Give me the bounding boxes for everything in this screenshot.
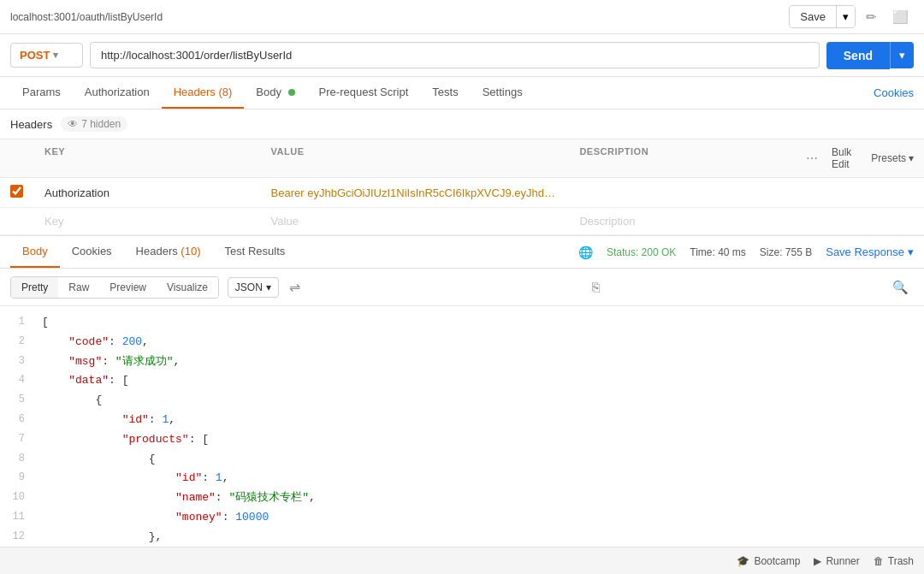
send-dropdown-button[interactable]: ▾ xyxy=(890,42,914,68)
body-dot xyxy=(288,89,295,96)
globe-icon: 🌐 xyxy=(578,246,593,259)
bottom-bar: 🎓 Bootcamp ▶ Runner 🗑 Trash xyxy=(0,547,924,574)
row-key[interactable]: Authorization xyxy=(34,180,261,206)
view-tab-raw[interactable]: Raw xyxy=(58,277,99,298)
json-line: 5 { xyxy=(0,391,924,411)
presets-button[interactable]: Presets ▾ xyxy=(871,152,914,164)
save-button[interactable]: Save xyxy=(790,6,836,27)
row-checkbox-cell[interactable] xyxy=(0,178,34,207)
response-tabs: Body Cookies Headers (10) Test Results 🌐… xyxy=(0,236,924,269)
view-tab-preview[interactable]: Preview xyxy=(99,277,157,298)
hidden-badge: 👁 7 hidden xyxy=(61,116,127,132)
trash-icon: 🗑 xyxy=(874,555,884,567)
tab-headers[interactable]: Headers (8) xyxy=(162,77,245,109)
headers-table: KEY VALUE DESCRIPTION ⋯ Bulk Edit Preset… xyxy=(0,139,924,235)
resp-tab-cookies[interactable]: Cookies xyxy=(60,236,124,268)
response-size: Size: 755 B xyxy=(760,246,812,258)
empty-value-placeholder[interactable]: Value xyxy=(261,208,570,234)
empty-desc-placeholder[interactable]: Description xyxy=(569,208,796,234)
bootcamp-button[interactable]: 🎓 Bootcamp xyxy=(737,555,800,567)
check-column-header xyxy=(0,139,34,177)
json-line: 12 }, xyxy=(0,528,924,547)
pencil-icon: ✏ xyxy=(866,9,877,24)
value-column-header: VALUE xyxy=(261,139,570,177)
empty-row: Key Value Description xyxy=(0,208,924,235)
url-input[interactable] xyxy=(90,42,820,68)
runner-label: Runner xyxy=(826,555,859,567)
json-line: 8 { xyxy=(0,450,924,470)
description-column-header: DESCRIPTION xyxy=(569,139,796,177)
wrap-icon: ⇌ xyxy=(289,280,300,294)
json-line: 6 "id": 1, xyxy=(0,411,924,430)
chevron-down-icon: ▾ xyxy=(843,10,849,23)
status-code: Status: 200 OK xyxy=(607,246,676,258)
wrap-button[interactable]: ⇌ xyxy=(284,275,305,299)
trash-label: Trash xyxy=(888,555,914,567)
view-tab-pretty[interactable]: Pretty xyxy=(11,277,58,298)
tab-prerequest[interactable]: Pre-request Script xyxy=(307,77,421,109)
response-time: Time: 40 ms xyxy=(690,246,746,258)
bulk-edit-button[interactable]: Bulk Edit xyxy=(832,146,864,170)
actions-column-header: ⋯ Bulk Edit Presets ▾ xyxy=(796,139,924,177)
trash-button[interactable]: 🗑 Trash xyxy=(874,555,914,567)
tab-authorization[interactable]: Authorization xyxy=(73,77,162,109)
format-label: JSON xyxy=(235,281,263,293)
json-line: 3 "msg": "请求成功", xyxy=(0,352,924,372)
resp-tab-test-results[interactable]: Test Results xyxy=(212,236,297,268)
copy-icon: ⎘ xyxy=(592,280,600,294)
send-button[interactable]: Send xyxy=(826,42,890,69)
save-response-chevron: ▾ xyxy=(908,246,914,258)
headers-section: Headers 👁 7 hidden KEY VALUE DESCRIPTION… xyxy=(0,109,924,236)
headers-count: (10) xyxy=(181,245,200,257)
tab-tests[interactable]: Tests xyxy=(420,77,470,109)
method-selector[interactable]: POST ▾ xyxy=(10,43,83,68)
json-viewer: 1 [ 2 "code": 200, 3 "msg": "请求成功", 4 "d… xyxy=(0,306,924,547)
json-line: 11 "money": 10000 xyxy=(0,508,924,528)
row-checkbox[interactable] xyxy=(10,185,23,198)
comment-icon: ⬜ xyxy=(892,9,909,24)
json-line: 9 "id": 1, xyxy=(0,469,924,488)
save-response-button[interactable]: Save Response ▾ xyxy=(826,246,914,258)
format-selector[interactable]: JSON ▾ xyxy=(228,277,279,298)
key-column-header: KEY xyxy=(34,139,261,177)
runner-icon: ▶ xyxy=(814,555,821,567)
more-options-icon[interactable]: ⋯ xyxy=(806,151,818,165)
method-dropdown-icon: ▾ xyxy=(53,50,58,61)
response-status-bar: 🌐 Status: 200 OK Time: 40 ms Size: 755 B… xyxy=(578,246,914,259)
empty-actions xyxy=(796,215,924,228)
runner-button[interactable]: ▶ Runner xyxy=(814,555,859,567)
search-button[interactable]: 🔍 xyxy=(887,276,914,299)
save-response-label: Save Response xyxy=(826,246,904,258)
resp-tab-headers[interactable]: Headers (10) xyxy=(124,236,213,268)
presets-chevron-icon: ▾ xyxy=(909,152,914,164)
resp-tab-body[interactable]: Body xyxy=(10,236,60,268)
method-label: POST xyxy=(20,49,50,62)
window-title: localhost:3001/oauth/listByUserId xyxy=(10,11,163,23)
json-line: 2 "code": 200, xyxy=(0,333,924,352)
table-row: Authorization Bearer eyJhbGciOiJIUzI1NiI… xyxy=(0,178,924,208)
hidden-count: 7 hidden xyxy=(81,118,121,130)
response-section: Body Cookies Headers (10) Test Results 🌐… xyxy=(0,236,924,547)
row-description[interactable] xyxy=(569,186,796,199)
cookies-link[interactable]: Cookies xyxy=(874,86,914,99)
empty-key-placeholder[interactable]: Key xyxy=(34,208,261,234)
tab-params[interactable]: Params xyxy=(10,77,73,109)
tab-settings[interactable]: Settings xyxy=(471,77,535,109)
copy-button[interactable]: ⎘ xyxy=(587,276,605,298)
chevron-down-icon: ▾ xyxy=(899,49,905,62)
row-value[interactable]: Bearer eyJhbGciOiJIUzI1NiIsInR5cCI6IkpXV… xyxy=(261,180,570,206)
bootcamp-label: Bootcamp xyxy=(754,555,800,567)
table-header: KEY VALUE DESCRIPTION ⋯ Bulk Edit Preset… xyxy=(0,139,924,178)
json-line: 1 [ xyxy=(0,313,924,333)
headers-label: Headers xyxy=(10,118,52,131)
edit-icon-button[interactable]: ✏ xyxy=(861,6,882,28)
eye-icon: 👁 xyxy=(68,118,78,130)
comment-icon-button[interactable]: ⬜ xyxy=(887,6,914,28)
presets-label: Presets xyxy=(871,152,906,164)
row-actions xyxy=(796,186,924,199)
response-toolbar: Pretty Raw Preview Visualize JSON ▾ ⇌ ⎘ … xyxy=(0,269,924,306)
search-icon: 🔍 xyxy=(892,280,909,294)
tab-body[interactable]: Body xyxy=(244,77,306,109)
save-dropdown-button[interactable]: ▾ xyxy=(836,6,855,27)
view-tab-visualize[interactable]: Visualize xyxy=(157,277,218,298)
